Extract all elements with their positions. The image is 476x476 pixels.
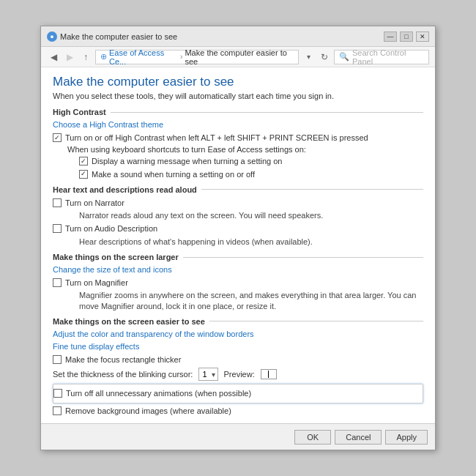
audio-desc-checkbox-row: Turn on Audio Description bbox=[53, 223, 423, 234]
cursor-preview-box bbox=[261, 369, 277, 379]
magnifier-checkbox[interactable] bbox=[53, 278, 62, 287]
cursor-thickness-label: Set the thickness of the blinking cursor… bbox=[53, 370, 193, 379]
back-button[interactable]: ◀ bbox=[47, 51, 60, 64]
main-window: ● Make the computer easier to see — □ ✕ … bbox=[40, 26, 436, 450]
keyboard-shortcut-sublabel: When using keyboard shortcuts to turn Ea… bbox=[53, 145, 423, 154]
page-title: Make the computer easier to see bbox=[53, 75, 423, 89]
warning-message-label: Display a warning message when turning a… bbox=[92, 156, 282, 166]
preview-label: Preview: bbox=[224, 370, 255, 379]
animations-label: Turn off all unnecessary animations (whe… bbox=[66, 388, 251, 398]
minimize-button[interactable]: — bbox=[384, 31, 397, 42]
title-bar: ● Make the computer easier to see — □ ✕ bbox=[41, 26, 435, 47]
narrator-checkbox[interactable] bbox=[53, 198, 62, 207]
magnifier-desc: Magnifier zooms in anywhere on the scree… bbox=[53, 290, 423, 311]
title-bar-controls: — □ ✕ bbox=[384, 31, 429, 42]
magnifier-section-label: Make things on the screen larger bbox=[53, 253, 179, 261]
text-icons-size-link[interactable]: Change the size of text and icons bbox=[53, 265, 423, 274]
narrator-section-header: Hear text and descriptions read aloud bbox=[53, 185, 423, 194]
display-section-label: Make things on the screen easier to see bbox=[53, 317, 205, 326]
magnifier-section-header: Make things on the screen larger bbox=[53, 253, 423, 261]
bg-images-label: Remove background images (where availabl… bbox=[65, 406, 231, 416]
cancel-button[interactable]: Cancel bbox=[335, 430, 382, 445]
animations-checkbox-row: Turn off all unnecessary animations (whe… bbox=[53, 388, 423, 398]
home-icon: ⊕ bbox=[100, 52, 107, 62]
audio-desc-checkbox[interactable] bbox=[53, 224, 62, 233]
focus-rect-checkbox[interactable] bbox=[53, 355, 62, 364]
maximize-button[interactable]: □ bbox=[400, 31, 413, 42]
make-sound-checkbox-row: Make a sound when turning a setting on o… bbox=[53, 169, 423, 179]
high-contrast-theme-link[interactable]: Choose a High Contrast theme bbox=[53, 120, 423, 129]
window-title: Make the computer easier to see bbox=[60, 32, 177, 41]
forward-button[interactable]: ▶ bbox=[63, 51, 76, 64]
window-borders-link[interactable]: Adjust the color and transparency of the… bbox=[53, 330, 423, 338]
warning-message-checkbox-row: Display a warning message when turning a… bbox=[53, 156, 423, 166]
focus-rect-checkbox-row: Make the focus rectangle thicker bbox=[53, 354, 423, 365]
bg-images-checkbox-row: Remove background images (where availabl… bbox=[53, 406, 423, 416]
make-sound-checkbox[interactable] bbox=[79, 170, 88, 179]
close-button[interactable]: ✕ bbox=[416, 31, 429, 42]
display-effects-link[interactable]: Fine tune display effects bbox=[53, 342, 423, 351]
high-contrast-checkbox1-label: Turn on or off High Contrast when left A… bbox=[65, 133, 368, 143]
high-contrast-label: High Contrast bbox=[53, 108, 106, 116]
make-sound-label: Make a sound when turning a setting on o… bbox=[92, 169, 255, 179]
search-placeholder: Search Control Panel bbox=[352, 48, 424, 66]
title-bar-left: ● Make the computer easier to see bbox=[47, 31, 177, 42]
content-area: Make the computer easier to see When you… bbox=[41, 67, 435, 423]
high-contrast-section-header: High Contrast bbox=[53, 108, 423, 116]
app-icon: ● bbox=[47, 31, 57, 42]
audio-desc-desc: Hear descriptions of what's happening in… bbox=[53, 237, 423, 247]
warning-message-checkbox[interactable] bbox=[79, 157, 88, 166]
cursor-thickness-row: Set the thickness of the blinking cursor… bbox=[53, 368, 423, 381]
ok-button[interactable]: OK bbox=[294, 430, 331, 445]
navigation-bar: ◀ ▶ ↑ ⊕ Ease of Access Ce... › Make the … bbox=[41, 47, 435, 67]
cursor-thickness-dropdown[interactable]: 1 bbox=[198, 368, 217, 381]
display-divider-line bbox=[209, 321, 423, 321]
cursor-thickness-value: 1 bbox=[202, 370, 207, 379]
magnifier-divider-line bbox=[183, 257, 423, 258]
refresh-button[interactable]: ↻ bbox=[318, 51, 331, 64]
narrator-desc: Narrator reads aloud any text on the scr… bbox=[53, 210, 423, 220]
up-button[interactable]: ↑ bbox=[79, 51, 92, 64]
breadcrumb-current: Make the computer easier to see bbox=[185, 48, 294, 66]
search-icon: 🔍 bbox=[339, 52, 349, 62]
animations-highlighted-row: Turn off all unnecessary animations (whe… bbox=[53, 384, 423, 403]
breadcrumb-part1[interactable]: Ease of Access Ce... bbox=[109, 48, 178, 66]
breadcrumb-bar: ⊕ Ease of Access Ce... › Make the comput… bbox=[95, 50, 299, 64]
footer-bar: OK Cancel Apply bbox=[41, 423, 435, 450]
dropdown-arrow-button[interactable]: ▾ bbox=[302, 51, 315, 64]
page-subtitle: When you select these tools, they will a… bbox=[53, 92, 423, 100]
breadcrumb-separator: › bbox=[180, 53, 182, 61]
magnifier-checkbox-row: Turn on Magnifier bbox=[53, 278, 423, 288]
display-section-header: Make things on the screen easier to see bbox=[53, 317, 423, 326]
high-contrast-checkbox1-row: Turn on or off High Contrast when left A… bbox=[53, 133, 423, 143]
high-contrast-checkbox1[interactable] bbox=[53, 133, 62, 142]
bg-images-checkbox[interactable] bbox=[53, 406, 62, 415]
cursor-preview-cursor bbox=[268, 371, 269, 378]
narrator-section-label: Hear text and descriptions read aloud bbox=[53, 185, 197, 194]
narrator-checkbox-row: Turn on Narrator bbox=[53, 198, 423, 208]
narrator-checkbox-label: Turn on Narrator bbox=[65, 198, 124, 208]
narrator-divider-line bbox=[201, 189, 423, 190]
magnifier-checkbox-label: Turn on Magnifier bbox=[65, 278, 128, 288]
search-bar[interactable]: 🔍 Search Control Panel bbox=[334, 50, 429, 64]
focus-rect-label: Make the focus rectangle thicker bbox=[65, 354, 181, 365]
audio-desc-label: Turn on Audio Description bbox=[65, 223, 157, 234]
section-divider-line bbox=[111, 112, 423, 113]
apply-button[interactable]: Apply bbox=[385, 430, 428, 445]
animations-checkbox[interactable] bbox=[53, 389, 62, 398]
